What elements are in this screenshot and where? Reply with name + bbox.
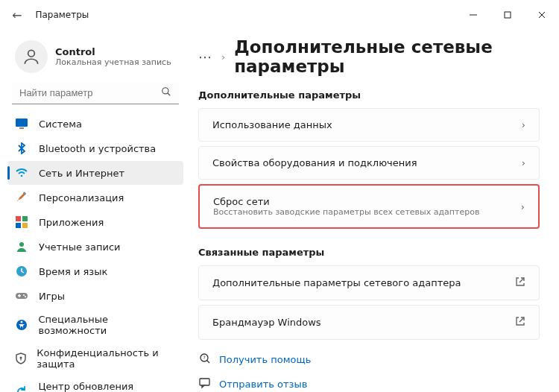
apps-icon bbox=[15, 215, 28, 229]
brush-icon bbox=[15, 191, 28, 204]
sidebar-item-label: Bluetooth и устройства bbox=[39, 143, 156, 154]
card-title: Использование данных bbox=[212, 119, 332, 130]
card-title: Свойства оборудования и подключения bbox=[212, 157, 417, 168]
section-title-additional: Дополнительные параметры bbox=[198, 83, 540, 108]
accounts-icon bbox=[15, 240, 28, 253]
gaming-icon bbox=[15, 289, 28, 303]
bluetooth-icon bbox=[15, 142, 28, 155]
svg-point-9 bbox=[21, 175, 23, 177]
svg-point-4 bbox=[28, 50, 35, 57]
time-icon bbox=[15, 265, 28, 278]
feedback-icon bbox=[198, 377, 212, 391]
feedback-link[interactable]: Отправить отзыв bbox=[198, 372, 540, 392]
card-network-reset[interactable]: Сброс сети Восстановить заводские параме… bbox=[198, 184, 540, 229]
main-content: ⋯ › Дополнительные сетевые параметры Доп… bbox=[191, 30, 559, 392]
profile-subtitle: Локальная учетная запись bbox=[55, 57, 171, 67]
sidebar-item-accounts[interactable]: Учетные записи bbox=[7, 235, 183, 259]
sidebar: Control Локальная учетная запись Система bbox=[0, 30, 191, 392]
chevron-right-icon: › bbox=[522, 119, 525, 130]
svg-line-6 bbox=[168, 93, 171, 96]
sidebar-item-privacy[interactable]: Конфиденциальность и защита bbox=[7, 342, 183, 375]
chevron-right-icon: › bbox=[521, 201, 525, 212]
feedback-label: Отправить отзыв bbox=[219, 379, 307, 390]
sidebar-item-bluetooth[interactable]: Bluetooth и устройства bbox=[7, 136, 183, 160]
profile[interactable]: Control Локальная учетная запись bbox=[3, 36, 188, 82]
sidebar-item-label: Учетные записи bbox=[39, 241, 121, 253]
sidebar-item-system[interactable]: Система bbox=[7, 112, 183, 136]
search-icon bbox=[161, 86, 171, 99]
page-title: Дополнительные сетевые параметры bbox=[234, 37, 540, 76]
svg-point-19 bbox=[25, 296, 26, 297]
sidebar-item-apps[interactable]: Приложения bbox=[7, 210, 183, 234]
maximize-button[interactable] bbox=[490, 3, 525, 27]
sidebar-item-label: Сеть и Интернет bbox=[39, 168, 124, 179]
sidebar-item-label: Система bbox=[39, 118, 82, 130]
svg-rect-25 bbox=[20, 358, 21, 361]
minimize-button[interactable] bbox=[456, 3, 490, 27]
back-button[interactable]: ← bbox=[9, 5, 25, 25]
svg-text:?: ? bbox=[203, 355, 205, 360]
sidebar-item-label: Специальные возможности bbox=[39, 314, 176, 336]
breadcrumb: ⋯ › Дополнительные сетевые параметры bbox=[198, 33, 540, 83]
svg-point-15 bbox=[19, 242, 24, 247]
svg-rect-29 bbox=[200, 379, 209, 385]
svg-rect-7 bbox=[16, 118, 28, 127]
sidebar-item-label: Время и язык bbox=[39, 266, 107, 277]
wifi-icon bbox=[15, 166, 28, 180]
card-hardware-props[interactable]: Свойства оборудования и подключения › bbox=[198, 146, 540, 180]
window-title: Параметры bbox=[35, 10, 89, 20]
titlebar: ← Параметры bbox=[0, 0, 559, 30]
sidebar-item-update[interactable]: Центр обновления Windows bbox=[7, 376, 183, 392]
window-controls bbox=[456, 3, 559, 27]
sidebar-item-personalization[interactable]: Персонализация bbox=[7, 186, 183, 209]
svg-rect-17 bbox=[16, 293, 28, 299]
external-link-icon bbox=[515, 276, 525, 289]
svg-rect-21 bbox=[19, 294, 20, 297]
sidebar-item-label: Игры bbox=[39, 291, 65, 302]
card-adapter-options[interactable]: Дополнительные параметры сетевого адапте… bbox=[198, 265, 540, 300]
chevron-right-icon: › bbox=[522, 157, 525, 168]
svg-rect-13 bbox=[16, 223, 21, 228]
close-button[interactable] bbox=[525, 3, 559, 27]
sidebar-item-label: Персонализация bbox=[39, 192, 124, 203]
breadcrumb-ellipsis[interactable]: ⋯ bbox=[198, 49, 212, 65]
system-icon bbox=[15, 117, 28, 130]
card-title: Сброс сети bbox=[213, 196, 479, 207]
profile-name: Control bbox=[55, 46, 171, 57]
sidebar-item-label: Центр обновления Windows bbox=[38, 381, 176, 392]
svg-rect-11 bbox=[16, 216, 21, 221]
svg-rect-12 bbox=[22, 216, 28, 221]
svg-point-5 bbox=[162, 88, 168, 94]
sidebar-item-gaming[interactable]: Игры bbox=[7, 284, 183, 308]
avatar-icon bbox=[15, 40, 48, 73]
svg-point-18 bbox=[23, 294, 25, 296]
svg-rect-14 bbox=[22, 223, 28, 228]
svg-line-27 bbox=[207, 361, 210, 364]
svg-rect-8 bbox=[19, 127, 24, 129]
get-help-link[interactable]: ? Получить помощь bbox=[198, 347, 540, 372]
sidebar-item-time[interactable]: Время и язык bbox=[7, 259, 183, 283]
sidebar-item-label: Конфиденциальность и защита bbox=[37, 347, 176, 370]
shield-icon bbox=[15, 352, 26, 365]
help-icon: ? bbox=[198, 353, 212, 367]
section-title-related: Связанные параметры bbox=[198, 233, 540, 265]
update-icon bbox=[15, 385, 28, 392]
card-data-usage[interactable]: Использование данных › bbox=[198, 108, 540, 142]
accessibility-icon bbox=[15, 318, 28, 332]
search-input-wrap[interactable] bbox=[12, 82, 179, 104]
sidebar-item-accessibility[interactable]: Специальные возможности bbox=[7, 309, 183, 341]
help-label: Получить помощь bbox=[219, 354, 311, 365]
card-title: Дополнительные параметры сетевого адапте… bbox=[212, 277, 461, 288]
chevron-right-icon: › bbox=[221, 51, 225, 63]
card-title: Брандмауэр Windows bbox=[212, 317, 321, 328]
svg-rect-1 bbox=[505, 12, 511, 18]
card-firewall[interactable]: Брандмауэр Windows bbox=[198, 305, 540, 340]
search-input[interactable] bbox=[19, 87, 161, 98]
svg-point-23 bbox=[20, 321, 22, 323]
card-subtitle: Восстановить заводские параметры всех се… bbox=[213, 207, 479, 217]
nav-list: Система Bluetooth и устройства Сеть и Ин… bbox=[3, 112, 188, 392]
sidebar-item-label: Приложения bbox=[39, 217, 104, 228]
sidebar-item-network[interactable]: Сеть и Интернет bbox=[7, 161, 183, 185]
external-link-icon bbox=[515, 316, 525, 329]
